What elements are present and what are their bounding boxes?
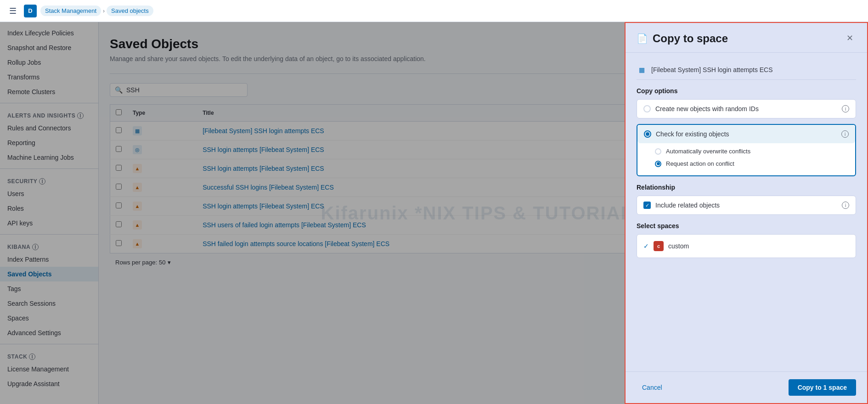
copy-to-space-button[interactable]: Copy to 1 space — [789, 379, 856, 396]
object-title: [Filebeat System] SSH login attempts ECS — [651, 66, 773, 73]
option-row-create-new[interactable]: Create new objects with random IDs i — [637, 100, 856, 118]
check-existing-info-icon[interactable]: i — [841, 130, 849, 138]
cancel-button[interactable]: Cancel — [637, 380, 668, 395]
breadcrumb-stack-management[interactable]: Stack Management — [40, 6, 101, 16]
copy-options-label: Copy options — [637, 87, 856, 95]
select-spaces-label: Select spaces — [637, 222, 856, 230]
radio-auto-overwrite[interactable] — [655, 148, 661, 155]
include-related-row[interactable]: ✓ Include related objects i — [637, 196, 856, 215]
include-related-label: Include related objects — [655, 202, 837, 209]
label-request-action: Request action on conflict — [666, 160, 734, 167]
spaces-box: ✓ c custom — [637, 234, 856, 258]
create-new-info-icon[interactable]: i — [842, 105, 849, 112]
option-row-check-existing[interactable]: Check for existing objects i — [637, 125, 855, 143]
radio-request-action[interactable] — [655, 161, 661, 167]
space-avatar-custom: c — [654, 241, 664, 251]
sub-options: Automatically overwrite conflicts Reques… — [637, 143, 855, 175]
space-label-custom: custom — [668, 242, 689, 250]
breadcrumb-arrow: › — [103, 8, 105, 14]
panel-header: 📄 Copy to space ✕ — [626, 23, 867, 53]
panel-close-button[interactable]: ✕ — [844, 32, 856, 44]
option-label-check-existing: Check for existing objects — [656, 130, 837, 138]
object-row: ▦ [Filebeat System] SSH login attempts E… — [637, 60, 856, 80]
copy-to-space-panel: 📄 Copy to space ✕ ▦ [Filebeat System] SS… — [625, 22, 868, 404]
option-label-create-new: Create new objects with random IDs — [655, 105, 837, 112]
space-item-custom[interactable]: ✓ c custom — [643, 239, 849, 253]
breadcrumb-saved-objects[interactable]: Saved objects — [107, 6, 153, 16]
radio-create-new[interactable] — [643, 105, 651, 112]
top-nav: ☰ D Stack Management › Saved objects — [0, 0, 868, 22]
panel-body: ▦ [Filebeat System] SSH login attempts E… — [626, 53, 867, 371]
space-checkmark: ✓ — [643, 242, 649, 250]
radio-check-existing[interactable] — [644, 130, 651, 138]
hamburger-button[interactable]: ☰ — [6, 4, 20, 18]
include-related-info-icon[interactable]: i — [842, 202, 849, 209]
panel-title: Copy to space — [653, 32, 728, 45]
label-auto-overwrite: Automatically overwrite conflicts — [666, 148, 750, 155]
panel-doc-icon: 📄 — [637, 33, 648, 44]
workspace-badge: D — [24, 5, 37, 17]
relationship-label: Relationship — [637, 184, 856, 191]
option-check-existing: Check for existing objects i Automatical… — [637, 124, 856, 176]
panel-title-row: 📄 Copy to space — [637, 32, 728, 45]
panel-footer: Cancel Copy to 1 space — [626, 371, 867, 403]
sub-option-auto-overwrite[interactable]: Automatically overwrite conflicts — [655, 145, 849, 157]
breadcrumb: Stack Management › Saved objects — [40, 6, 153, 16]
sub-option-request-action[interactable]: Request action on conflict — [655, 157, 849, 170]
checkbox-checkmark: ✓ — [645, 202, 649, 208]
option-create-new: Create new objects with random IDs i — [637, 99, 856, 118]
object-type-icon: ▦ — [637, 65, 647, 75]
include-related-checkbox[interactable]: ✓ — [643, 202, 651, 209]
